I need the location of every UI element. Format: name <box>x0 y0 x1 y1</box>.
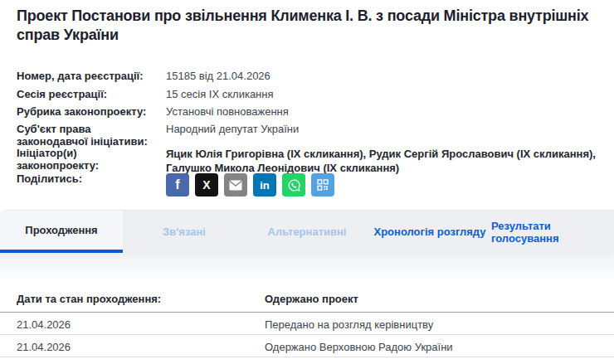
whatsapp-icon <box>287 178 301 192</box>
tab-passage[interactable]: Проходження <box>0 211 123 253</box>
tab-review-chronology[interactable]: Хронологія розгляду <box>368 211 491 253</box>
share-icons: f X in <box>166 173 599 197</box>
tab-voting-results[interactable]: Результати голосування <box>491 211 614 253</box>
meta-row-initiative-subject: Суб'єкт права законодавчої ініціативи: Н… <box>17 123 599 148</box>
passage-table: Дати та стан проходження: Одержано проек… <box>0 283 614 357</box>
qr-code-icon <box>316 178 329 192</box>
share-label: Поділитись: <box>17 172 166 197</box>
share-row: Поділитись: f X in <box>17 172 599 197</box>
facebook-share-button[interactable]: f <box>166 173 189 197</box>
table-row: 21.04.2026 Одержано Верховною Радою Укра… <box>0 335 614 357</box>
meta-label: Ініціатор(и) законопроекту: <box>17 147 166 175</box>
table-row: 21.04.2026 Передано на розгляд керівницт… <box>0 313 614 335</box>
linkedin-share-button[interactable]: in <box>253 173 276 197</box>
meta-row-session: Сесія реєстрації: 15 сесія IX скликання <box>17 88 599 100</box>
x-icon: X <box>202 179 210 191</box>
whatsapp-share-button[interactable] <box>282 173 305 197</box>
table-header-status: Одержано проект <box>265 293 597 312</box>
meta-label: Суб'єкт права законодавчої ініціативи: <box>17 123 166 148</box>
qr-share-button[interactable] <box>311 173 334 197</box>
table-cell-date: 21.04.2026 <box>17 318 265 334</box>
bill-tabs: Проходження Зв'язані Альтернативні Хроно… <box>0 210 614 253</box>
table-cell-status: Передано на розгляд керівництву <box>265 318 597 334</box>
bill-card-page: Проект Постанови про звільнення Клименка… <box>0 0 614 364</box>
meta-row-rubric: Рубрика законопроекту: Установчі повнова… <box>17 105 599 118</box>
passage-table-header: Дати та стан проходження: Одержано проек… <box>0 283 614 313</box>
meta-value-initiators: Яцик Юлія Григорівна (ІХ скликання), Руд… <box>166 147 599 175</box>
facebook-icon: f <box>175 178 179 192</box>
table-cell-status: Одержано Верховною Радою України <box>265 341 597 357</box>
tabstrip-shadow <box>0 253 614 283</box>
page-title: Проект Постанови про звільнення Клименка… <box>17 7 602 45</box>
email-share-button[interactable] <box>224 173 247 197</box>
meta-row-registration: Номер, дата реєстрації: 15185 від 21.04.… <box>17 70 599 82</box>
meta-value: 15 сесія IX скликання <box>166 88 599 100</box>
meta-value: Народний депутат України <box>166 123 599 148</box>
meta-label: Номер, дата реєстрації: <box>17 70 166 82</box>
linkedin-icon: in <box>260 180 270 191</box>
table-header-dates: Дати та стан проходження: <box>17 293 265 312</box>
email-icon <box>229 180 242 191</box>
tab-alternatives: Альтернативні <box>246 211 368 253</box>
x-share-button[interactable]: X <box>195 173 218 197</box>
table-cell-date: 21.04.2026 <box>17 341 265 357</box>
meta-value: Установчі повноваження <box>166 105 599 118</box>
meta-value: 15185 від 21.04.2026 <box>166 70 599 82</box>
meta-label: Рубрика законопроекту: <box>17 105 166 118</box>
tab-related: Зв'язані <box>123 211 246 253</box>
meta-label: Сесія реєстрації: <box>17 88 166 100</box>
meta-row-initiators: Ініціатор(и) законопроекту: Яцик Юлія Гр… <box>17 147 599 175</box>
